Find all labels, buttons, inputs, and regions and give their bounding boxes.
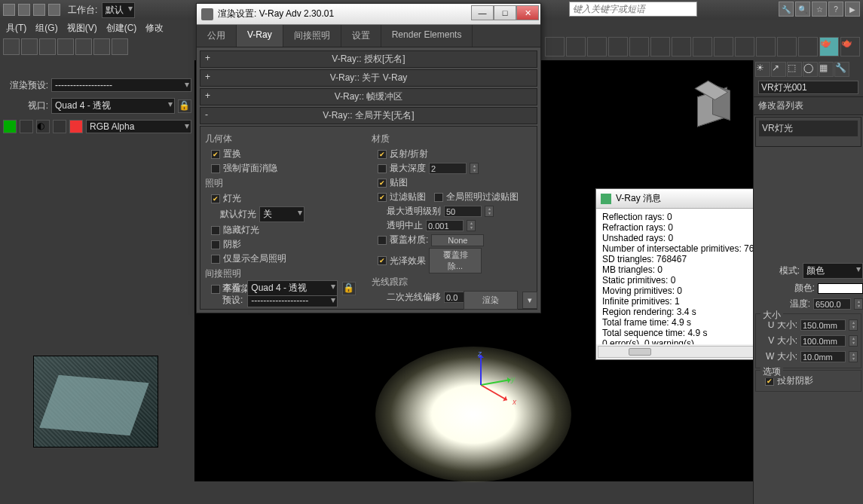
- rgb-alpha-dropdown[interactable]: RGB Alpha: [86, 120, 191, 133]
- modifier-item[interactable]: VR灯光: [759, 121, 858, 136]
- render-button[interactable]: 渲染: [464, 291, 518, 310]
- render-frame-icon[interactable]: [798, 37, 818, 57]
- max-depth-checkbox[interactable]: [378, 164, 387, 173]
- search-icon[interactable]: 🔍: [795, 2, 810, 17]
- channel-mono-icon[interactable]: [69, 120, 83, 133]
- save-icon[interactable]: [18, 4, 30, 16]
- modifier-list-label[interactable]: 修改器列表: [754, 97, 863, 115]
- temperature-input[interactable]: [813, 298, 851, 310]
- glossy-checkbox[interactable]: [378, 256, 387, 265]
- view-bottom-dropdown[interactable]: Quad 4 - 透视: [247, 280, 338, 296]
- mode-dropdown[interactable]: 颜色: [803, 263, 863, 279]
- lock-view-icon[interactable]: 🔒: [178, 99, 191, 113]
- tab-settings[interactable]: 设置: [341, 25, 381, 47]
- u-size-spinner[interactable]: [849, 319, 858, 331]
- channel-r-icon[interactable]: [3, 120, 17, 133]
- gi-only-checkbox[interactable]: [211, 255, 220, 264]
- temperature-spinner[interactable]: [854, 298, 863, 310]
- align-icon[interactable]: [672, 37, 691, 57]
- create-tab-icon[interactable]: ☀: [755, 62, 770, 77]
- max-depth-spinner[interactable]: [470, 163, 479, 174]
- select-icon[interactable]: [3, 38, 20, 55]
- vray-window-titlebar[interactable]: 渲染设置: V-Ray Adv 2.30.01 — □ ✕: [197, 4, 540, 25]
- u-size-input[interactable]: [800, 319, 846, 331]
- modify-tab-icon[interactable]: ↗: [771, 62, 786, 77]
- menu-group[interactable]: 组(G): [35, 22, 57, 35]
- tab-vray[interactable]: V-Ray: [237, 25, 283, 47]
- lights-checkbox[interactable]: [211, 194, 220, 203]
- w-size-input[interactable]: [800, 351, 846, 362]
- menu-modify[interactable]: 修改: [145, 22, 164, 35]
- tab-indirect[interactable]: 间接照明: [283, 25, 341, 47]
- gi-filter-checkbox[interactable]: [434, 193, 443, 202]
- lock-view-bottom-icon[interactable]: 🔒: [342, 282, 356, 295]
- scale-icon[interactable]: [112, 38, 128, 55]
- rotate-icon[interactable]: [93, 38, 110, 55]
- utilities-tab-icon[interactable]: 🔧: [834, 62, 849, 77]
- triangle-icon[interactable]: ▶: [845, 2, 860, 17]
- displacement-checkbox[interactable]: [211, 150, 220, 159]
- max-transp-input[interactable]: [444, 206, 482, 217]
- close-button[interactable]: ✕: [516, 5, 539, 20]
- object-name-input[interactable]: [758, 81, 858, 94]
- filter-maps-checkbox[interactable]: [378, 193, 387, 202]
- bind-icon[interactable]: [57, 38, 74, 55]
- channel-a-icon[interactable]: [53, 120, 66, 133]
- backface-checkbox[interactable]: [211, 164, 220, 173]
- preset-dropdown[interactable]: -------------------: [51, 78, 191, 92]
- display-tab-icon[interactable]: ▦: [819, 62, 834, 77]
- snap-icon[interactable]: [545, 37, 565, 57]
- max-transp-spinner[interactable]: [485, 206, 494, 217]
- minimize-button[interactable]: —: [471, 5, 494, 20]
- color-swatch[interactable]: [818, 283, 863, 294]
- default-lights-dropdown[interactable]: 关: [259, 206, 304, 222]
- transform-gizmo[interactable]: x y z: [451, 354, 511, 414]
- hierarchy-tab-icon[interactable]: ⬚: [787, 62, 802, 77]
- view-cube[interactable]: [690, 83, 735, 128]
- help-icon[interactable]: ?: [828, 2, 843, 17]
- unlink-icon[interactable]: [39, 38, 56, 55]
- axis-x[interactable]: [481, 384, 508, 401]
- key-icon[interactable]: 🔧: [779, 2, 794, 17]
- search-input[interactable]: [569, 2, 697, 17]
- named-sel-icon[interactable]: [629, 37, 649, 57]
- override-exclude-button[interactable]: 覆盖排除...: [429, 248, 482, 273]
- mirror-icon[interactable]: [650, 37, 670, 57]
- override-mtl-button[interactable]: None: [431, 234, 484, 246]
- spinner-snap-icon[interactable]: [608, 37, 628, 57]
- w-size-spinner[interactable]: [849, 351, 858, 362]
- axis-y[interactable]: [481, 379, 511, 386]
- redo-icon[interactable]: [48, 4, 60, 16]
- override-mtl-checkbox[interactable]: [378, 236, 387, 245]
- schematic-icon[interactable]: [735, 37, 754, 57]
- motion-tab-icon[interactable]: ◯: [803, 62, 818, 77]
- star-icon[interactable]: ☆: [812, 2, 827, 17]
- rollout-framebuffer[interactable]: +V-Ray:: 帧缓冲区: [200, 88, 537, 105]
- teapot-render-icon[interactable]: 🫖: [819, 37, 839, 57]
- teapot-last-icon[interactable]: 🫖: [840, 37, 860, 57]
- max-depth-input[interactable]: [429, 163, 467, 174]
- material-editor-icon[interactable]: [756, 37, 776, 57]
- tab-common[interactable]: 公用: [197, 25, 237, 47]
- undo-icon[interactable]: [33, 4, 45, 16]
- hidden-lights-checkbox[interactable]: [211, 226, 220, 235]
- percent-snap-icon[interactable]: [587, 37, 607, 57]
- tab-render-elements[interactable]: Render Elements: [381, 25, 473, 47]
- curve-editor-icon[interactable]: [714, 37, 733, 57]
- menu-create[interactable]: 创建(C): [106, 22, 137, 35]
- channel-g-icon[interactable]: [20, 120, 33, 133]
- rollout-global-switches[interactable]: -V-Ray:: 全局开关[无名]: [200, 107, 537, 124]
- move-icon[interactable]: [75, 38, 92, 55]
- app-icon[interactable]: [3, 4, 15, 16]
- shadows-checkbox[interactable]: [211, 240, 220, 249]
- rollout-about[interactable]: +V-Ray:: 关于 V-Ray: [200, 69, 537, 87]
- render-more-button[interactable]: ▾: [522, 292, 537, 309]
- channel-b-icon[interactable]: ◐: [36, 120, 50, 133]
- layers-icon[interactable]: [693, 37, 712, 57]
- link-icon[interactable]: [21, 38, 38, 55]
- maps-checkbox[interactable]: [378, 179, 387, 188]
- render-setup-icon[interactable]: [777, 37, 797, 57]
- rollout-auth[interactable]: +V-Ray:: 授权[无名]: [200, 50, 537, 68]
- menu-views[interactable]: 视图(V): [67, 22, 97, 35]
- v-size-input[interactable]: [800, 335, 846, 347]
